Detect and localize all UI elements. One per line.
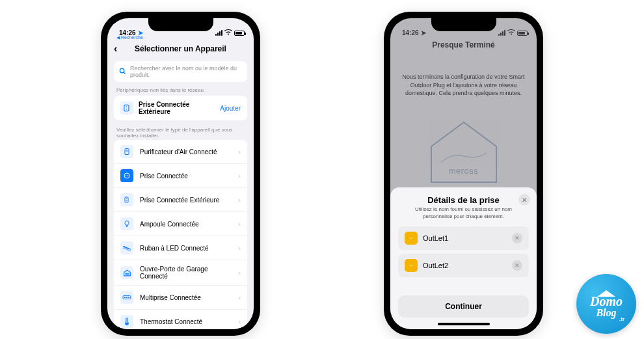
svg-line-1 — [124, 72, 126, 74]
phone-frame-right: 14:26 ➤ Presque Terminé Nous terminons l… — [384, 12, 543, 336]
smart-plug-icon — [120, 169, 133, 182]
wifi-icon — [224, 29, 232, 36]
house-illustration: meross — [425, 117, 503, 189]
outlet-list: OutLet1 ✕ OutLet2 ✕ — [398, 226, 529, 277]
nav-bar: ‹ Sélectionner un Appareil — [107, 40, 254, 57]
list-item[interactable]: Ampoule Connectée › — [114, 212, 247, 236]
chevron-right-icon: › — [238, 196, 241, 204]
svg-point-23 — [126, 323, 127, 324]
power-strip-icon — [120, 291, 133, 304]
svg-point-4 — [126, 109, 127, 109]
list-item[interactable]: Ruban à LED Connecté › — [114, 236, 247, 260]
add-button[interactable]: Ajouter — [220, 105, 241, 112]
brand-text: meross — [425, 166, 503, 176]
svg-rect-5 — [125, 149, 129, 155]
svg-point-15 — [126, 247, 126, 248]
clear-icon[interactable]: ✕ — [512, 233, 522, 243]
list-item-label: Ampoule Connectée — [140, 221, 232, 228]
wifi-icon — [507, 29, 515, 36]
outlet-name: OutLet1 — [423, 234, 507, 242]
device-type-list: Purificateur d'Air Connecté › Prise Conn… — [114, 140, 247, 329]
unlinked-device-card[interactable]: Prise Connectée Extérieure Ajouter — [114, 96, 247, 120]
svg-point-13 — [126, 200, 127, 201]
list-item[interactable]: Multiprise Connectée › — [114, 286, 247, 310]
outlet-input[interactable]: OutLet2 ✕ — [398, 254, 529, 277]
phone-frame-left: 14:26 ➤ ◀ Recherche ‹ Sélectionner un Ap… — [101, 12, 260, 336]
bulb-icon — [120, 217, 133, 230]
list-item[interactable]: Thermostat Connecté › — [114, 310, 247, 329]
list-item[interactable]: Prise Connectée Extérieure › — [114, 188, 247, 212]
thermostat-icon — [120, 315, 133, 328]
svg-point-26 — [412, 237, 413, 239]
setup-message: Nous terminons la configuration de votre… — [402, 73, 525, 98]
outdoor-plug-icon — [120, 102, 133, 115]
outlet-name: OutLet2 — [423, 262, 507, 269]
search-placeholder: Rechercher avec le nom ou le modèle du p… — [130, 65, 242, 78]
unlinked-caption: Périphériques non liés dans le réseau. — [107, 85, 254, 94]
svg-point-9 — [126, 175, 126, 176]
outlet-icon — [405, 259, 418, 272]
back-button[interactable]: ‹ — [114, 43, 117, 55]
svg-point-14 — [124, 247, 124, 247]
chevron-right-icon: › — [238, 244, 241, 252]
logo-line2: Blog — [596, 308, 616, 318]
cellular-icon — [498, 30, 505, 36]
status-time: 14:26 — [402, 29, 419, 36]
svg-point-16 — [127, 248, 128, 249]
list-item-label: Purificateur d'Air Connecté — [140, 148, 232, 156]
continue-button[interactable]: Continuer — [398, 295, 529, 318]
list-item-label: Thermostat Connecté — [140, 318, 232, 325]
svg-point-12 — [126, 198, 127, 199]
svg-point-21 — [126, 297, 127, 298]
chevron-right-icon: › — [238, 148, 241, 156]
setup-body: Nous terminons la configuration de votre… — [390, 53, 537, 189]
screen-left: 14:26 ➤ ◀ Recherche ‹ Sélectionner un Ap… — [107, 18, 254, 329]
search-icon — [119, 68, 126, 76]
location-icon: ➤ — [421, 29, 426, 36]
svg-rect-27 — [409, 263, 414, 269]
led-strip-icon — [120, 241, 133, 254]
chevron-right-icon: › — [238, 172, 241, 180]
outdoor-plug-icon — [120, 193, 133, 206]
search-input[interactable]: Rechercher avec le nom ou le modèle du p… — [114, 61, 247, 82]
sheet-subtitle: Utilisez le nom fourni ou saisissez un n… — [398, 206, 529, 220]
page-title: Sélectionner un Appareil — [135, 44, 226, 53]
list-item[interactable]: Prise Connectée › — [114, 164, 247, 188]
svg-point-25 — [410, 237, 411, 239]
svg-rect-24 — [409, 236, 414, 241]
notch — [148, 18, 213, 31]
watermark-logo: Domo Blog .fr — [576, 274, 636, 334]
nav-bar: Presque Terminé — [390, 36, 537, 53]
page-title: Presque Terminé — [432, 40, 494, 49]
screen-right: 14:26 ➤ Presque Terminé Nous terminons l… — [390, 18, 537, 329]
list-item[interactable]: Ouvre-Porte de Garage Connecté › — [114, 260, 247, 286]
notch — [431, 18, 496, 31]
svg-point-8 — [124, 173, 129, 178]
battery-icon — [517, 31, 528, 36]
air-purifier-icon — [120, 145, 133, 158]
outlet-icon — [405, 232, 418, 245]
outlet-input[interactable]: OutLet1 ✕ — [398, 226, 529, 250]
list-item-label: Ouvre-Porte de Garage Connecté — [140, 265, 232, 280]
list-item-label: Ruban à LED Connecté — [140, 245, 232, 252]
cellular-icon — [215, 30, 222, 36]
unlinked-device-label: Prise Connectée Extérieure — [139, 101, 215, 115]
list-item-label: Prise Connectée — [140, 172, 232, 180]
select-type-caption: Veuillez sélectionner le type de l'appar… — [107, 124, 254, 140]
svg-point-28 — [410, 265, 411, 266]
chevron-right-icon: › — [238, 269, 241, 277]
battery-icon — [234, 31, 245, 36]
list-item[interactable]: Purificateur d'Air Connecté › — [114, 140, 247, 164]
svg-point-29 — [412, 265, 413, 266]
list-item-label: Multiprise Connectée — [140, 294, 232, 301]
logo-suffix: .fr — [619, 316, 624, 322]
clear-icon[interactable]: ✕ — [512, 260, 522, 271]
svg-rect-11 — [125, 197, 128, 202]
garage-icon — [120, 266, 133, 279]
home-indicator[interactable] — [438, 323, 490, 325]
list-item-label: Prise Connectée Extérieure — [140, 197, 232, 204]
svg-point-0 — [120, 68, 124, 72]
svg-point-20 — [124, 297, 126, 298]
chevron-right-icon: › — [238, 318, 241, 325]
chevron-right-icon: › — [238, 220, 241, 228]
